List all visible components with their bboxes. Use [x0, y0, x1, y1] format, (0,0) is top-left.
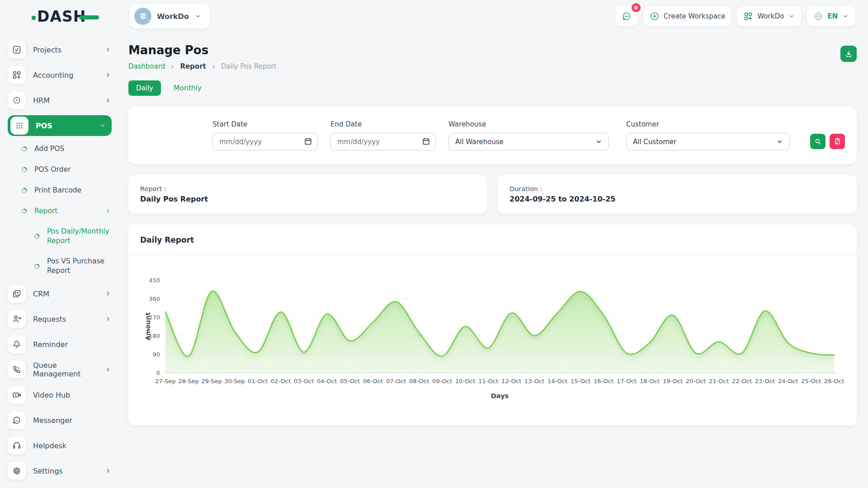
sidebar-item-crm[interactable]: CRM	[8, 281, 112, 306]
sidebar-item-settings[interactable]: Settings	[8, 458, 112, 483]
workspace-selector[interactable]: WorkDo	[130, 4, 210, 28]
duration-summary-card: Duration : 2024-09-25 to 2024-10-25	[498, 175, 857, 214]
sidebar-item-queue-management[interactable]: Queue Management	[8, 357, 112, 382]
chevron-down-icon	[788, 13, 795, 20]
sidebar-item-requests[interactable]: Requests	[8, 306, 112, 332]
svg-text:14-Oct: 14-Oct	[547, 378, 567, 385]
sidebar-subitem-pos-vs-purchase-report[interactable]: Pos VS Purchase Report	[8, 251, 112, 281]
headset-icon	[8, 436, 26, 455]
svg-text:29-Sep: 29-Sep	[201, 378, 222, 385]
svg-text:25-Oct: 25-Oct	[801, 378, 821, 385]
sidebar-item-messenger[interactable]: Messenger	[8, 408, 112, 433]
download-button[interactable]	[840, 46, 857, 62]
sidebar-item-pos[interactable]: POS	[8, 115, 112, 136]
svg-text:07-Oct: 07-Oct	[386, 378, 406, 385]
sidebar-subitem-add-pos[interactable]: Add POS	[8, 138, 112, 159]
customer-select[interactable]: All Customer	[626, 133, 790, 150]
logo: DASH	[0, 8, 120, 25]
sidebar-subitem-report[interactable]: Report	[8, 201, 112, 221]
sidebar-item-label: Requests	[33, 315, 66, 324]
svg-text:11-Oct: 11-Oct	[478, 378, 498, 385]
svg-text:450: 450	[149, 277, 160, 284]
chart-body: 09018027036045027-Sep28-Sep29-Sep30-Sep0…	[128, 255, 857, 406]
create-workspace-label: Create Workspace	[664, 12, 726, 20]
main-content: Manage Pos Dashboard Report Daily Pos Re…	[128, 33, 857, 425]
svg-text:90: 90	[152, 351, 160, 358]
report-summary-card: Report : Daily Pos Report	[128, 175, 487, 214]
sidebar-subitem-pos-order[interactable]: POS Order	[8, 159, 112, 180]
svg-text:360: 360	[149, 296, 160, 302]
end-date-label: End Date	[330, 120, 436, 128]
svg-text:16-Oct: 16-Oct	[594, 378, 613, 385]
customer-label: Customer	[626, 120, 790, 128]
start-date-input[interactable]	[212, 133, 318, 150]
svg-text:06-Oct: 06-Oct	[363, 378, 383, 385]
warehouse-group: Warehouse All Warehouse	[448, 120, 609, 150]
sidebar-item-reminder[interactable]: Reminder	[8, 332, 112, 357]
chevron-right-icon	[211, 64, 217, 70]
messages-button[interactable]: 0	[615, 6, 638, 26]
checkbox-icon	[8, 41, 26, 59]
language-label: EN	[827, 12, 838, 20]
sidebar-item-hrm[interactable]: HRM	[8, 88, 112, 113]
page-header: Manage Pos Dashboard Report Daily Pos Re…	[128, 43, 857, 70]
sidebar-item-helpdesk[interactable]: Helpdesk	[8, 433, 112, 458]
svg-text:19-Oct: 19-Oct	[663, 378, 683, 385]
messages-badge: 0	[632, 3, 641, 12]
chart-title: Daily Report	[140, 235, 194, 244]
chevron-down-icon	[842, 13, 849, 20]
svg-text:30-Sep: 30-Sep	[224, 378, 245, 385]
sidebar-item-projects[interactable]: Projects	[8, 37, 112, 62]
language-selector[interactable]: EN	[807, 6, 855, 26]
breadcrumb-dashboard[interactable]: Dashboard	[128, 62, 165, 70]
tab-daily[interactable]: Daily	[128, 80, 161, 96]
report-label: Report :	[140, 185, 475, 192]
svg-text:12-Oct: 12-Oct	[501, 378, 521, 385]
breadcrumb-current: Daily Pos Report	[221, 62, 277, 70]
search-button[interactable]	[810, 134, 826, 149]
warehouse-selected-value: All Warehouse	[455, 138, 595, 146]
sidebar: Projects Accounting HRM POS Add POS	[0, 33, 120, 488]
bullet-icon	[21, 208, 27, 214]
chevron-right-icon	[104, 97, 112, 104]
bullet-icon	[34, 263, 40, 269]
report-mode-tabs: Daily Monthly	[128, 80, 857, 96]
cards-icon	[8, 285, 26, 303]
svg-text:0: 0	[156, 370, 160, 376]
breadcrumb-report[interactable]: Report	[180, 62, 206, 70]
svg-text:17-Oct: 17-Oct	[617, 378, 637, 385]
video-camera-icon	[8, 386, 26, 404]
svg-text:21-Oct: 21-Oct	[709, 378, 729, 385]
create-workspace-button[interactable]: Create Workspace	[643, 6, 732, 26]
calendar-icon[interactable]	[304, 137, 312, 147]
end-date-input[interactable]	[330, 133, 436, 150]
apps-dropdown[interactable]: WorkDo	[737, 6, 802, 26]
end-date-group: End Date	[330, 120, 436, 150]
chevron-down-icon	[194, 13, 202, 20]
svg-text:03-Oct: 03-Oct	[294, 378, 314, 385]
chevron-down-icon	[776, 138, 783, 145]
chevron-right-icon	[104, 290, 112, 297]
chevron-right-icon	[104, 207, 112, 215]
reset-filter-button[interactable]	[830, 134, 845, 149]
sidebar-item-video-hub[interactable]: Video Hub	[8, 382, 112, 408]
plus-circle-icon	[650, 11, 660, 21]
svg-text:05-Oct: 05-Oct	[340, 378, 360, 385]
logo-text: DASH	[37, 8, 86, 25]
chevron-right-icon	[104, 315, 112, 323]
chevron-right-icon	[170, 64, 175, 70]
sidebar-subitem-print-barcode[interactable]: Print Barcode	[8, 180, 112, 201]
sidebar-item-label: Accounting	[33, 71, 73, 80]
svg-text:08-Oct: 08-Oct	[409, 378, 429, 385]
svg-text:Amount: Amount	[144, 312, 151, 340]
sidebar-subitem-label: Report	[34, 206, 57, 216]
phone-call-icon	[8, 361, 26, 379]
sidebar-subitem-pos-daily-monthly-report[interactable]: Pos Daily/Monthly Report	[8, 221, 112, 251]
sidebar-item-label: Reminder	[33, 340, 68, 349]
svg-text:13-Oct: 13-Oct	[524, 378, 544, 385]
warehouse-select[interactable]: All Warehouse	[448, 133, 609, 150]
sidebar-item-label: HRM	[33, 96, 50, 105]
calendar-icon[interactable]	[422, 137, 430, 147]
tab-monthly[interactable]: Monthly	[174, 84, 202, 92]
sidebar-item-accounting[interactable]: Accounting	[8, 62, 112, 88]
